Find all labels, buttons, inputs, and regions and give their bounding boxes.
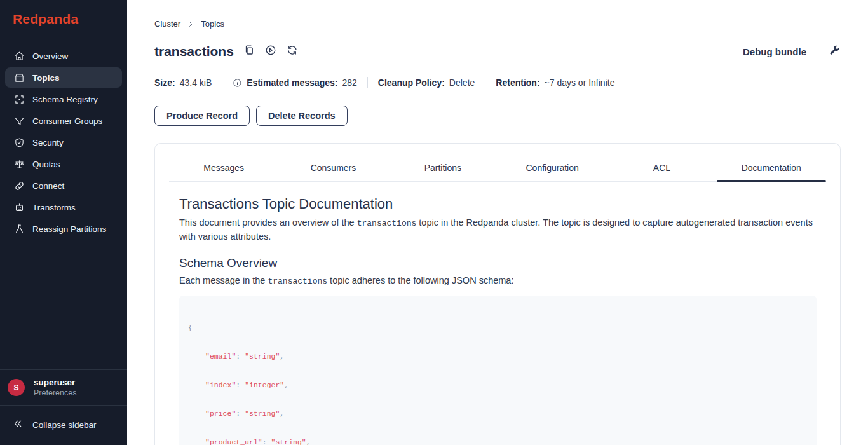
sidebar-item-label: Quotas [32, 160, 60, 169]
json-schema-code-block: { "email": "string", "index": "integer",… [179, 296, 817, 445]
schema-registry-icon [14, 94, 25, 105]
preferences-link[interactable]: Preferences [34, 388, 76, 397]
play-circle-icon [265, 44, 276, 58]
tab-consumers[interactable]: Consumers [278, 158, 388, 181]
sidebar-item-label: Overview [32, 51, 68, 61]
tab-configuration[interactable]: Configuration [498, 158, 607, 181]
topic-detail-card: Messages Consumers Partitions Configurat… [154, 143, 841, 445]
doc-intro: This document provides an overview of th… [179, 216, 817, 243]
code-comma: , [280, 352, 284, 360]
copy-icon [243, 44, 255, 58]
schema-intro-text: topic adheres to the following JSON sche… [327, 275, 513, 285]
code-line: "product_url": "string", [188, 437, 808, 445]
divider [367, 77, 368, 88]
avatar: S [8, 379, 25, 396]
divider [485, 77, 485, 88]
code-comma: , [280, 409, 284, 418]
sidebar-item-overview[interactable]: Overview [5, 46, 122, 66]
main-content: Cluster Topics transactions Debug bundle… [127, 0, 868, 445]
username: superuser [34, 378, 76, 387]
title-row: transactions Debug bundle [154, 44, 841, 59]
user-profile[interactable]: S superuser Preferences [0, 370, 127, 405]
code-value: "string" [245, 409, 280, 418]
code-key: "product_url" [205, 438, 262, 445]
page-title: transactions [154, 44, 234, 59]
produce-record-button[interactable]: Produce Record [154, 106, 250, 126]
code-comma: , [306, 438, 311, 445]
stat-label: Retention: [496, 78, 539, 88]
schema-intro-text: Each message in the [179, 275, 268, 285]
sidebar-item-schema-registry[interactable]: Schema Registry [5, 89, 122, 109]
sidebar-item-label: Consumer Groups [32, 116, 102, 126]
box-icon [14, 72, 25, 83]
tab-acl[interactable]: ACL [607, 158, 716, 181]
doc-title: Transactions Topic Documentation [179, 196, 817, 212]
code-sep: : [262, 438, 271, 445]
stat-cleanup-policy: Cleanup Policy: Delete [378, 78, 475, 88]
sidebar-item-security[interactable]: Security [5, 132, 122, 153]
flask-icon [14, 224, 25, 235]
stat-value: 43.4 kiB [180, 78, 212, 88]
code-key: "email" [205, 352, 236, 360]
breadcrumb-topics[interactable]: Topics [201, 19, 224, 29]
sidebar-item-label: Reassign Partitions [32, 224, 106, 234]
sidebar-item-label: Topics [32, 73, 60, 83]
play-topic-button[interactable] [264, 45, 277, 58]
sidebar-item-connect[interactable]: Connect [5, 175, 122, 196]
schema-intro: Each message in the transactions topic a… [179, 274, 817, 288]
chevron-right-icon [187, 20, 194, 28]
link-icon [14, 181, 25, 191]
tab-messages[interactable]: Messages [169, 158, 278, 181]
double-chevron-left-icon [13, 418, 24, 431]
copy-topic-name-button[interactable] [243, 45, 255, 58]
stat-size: Size: 43.4 kiB [154, 78, 212, 88]
funnel-icon [14, 116, 25, 127]
inline-code: transactions [357, 219, 417, 228]
sidebar-nav: Overview Topics Schema Registry Consumer… [0, 36, 127, 369]
sidebar-item-transforms[interactable]: Transforms [5, 197, 122, 217]
redpanda-logo[interactable]: Redpanda [0, 0, 127, 36]
code-value: "string" [271, 438, 306, 445]
delete-records-button[interactable]: Delete Records [256, 106, 348, 126]
stat-value: Delete [449, 78, 475, 88]
scales-icon [14, 159, 25, 170]
collapse-sidebar-label: Collapse sidebar [32, 420, 97, 430]
refresh-button[interactable] [286, 45, 299, 58]
settings-wrench-button[interactable] [828, 45, 841, 58]
code-value: "string" [245, 352, 280, 360]
refresh-icon [287, 44, 298, 58]
code-line: "email": "string", [188, 352, 808, 361]
robot-icon [14, 202, 25, 213]
stat-label: Size: [154, 78, 175, 88]
stat-retention: Retention: ~7 days or Infinite [496, 78, 614, 88]
stat-estimated-messages: Estimated messages: 282 [233, 78, 357, 88]
code-line: { [188, 323, 808, 332]
sidebar-item-consumer-groups[interactable]: Consumer Groups [5, 111, 122, 131]
code-line: "price": "string", [188, 409, 808, 418]
debug-bundle-link[interactable]: Debug bundle [743, 46, 806, 57]
inline-code: transactions [268, 277, 327, 286]
stat-value: ~7 days or Infinite [545, 78, 615, 88]
topic-stats: Size: 43.4 kiB Estimated messages: 282 C… [154, 77, 841, 88]
divider [222, 77, 222, 88]
documentation-panel: Transactions Topic Documentation This do… [155, 182, 840, 445]
sidebar-item-label: Connect [32, 181, 64, 191]
code-comma: , [284, 381, 288, 389]
code-value: "integer" [245, 381, 284, 389]
stat-value: 282 [342, 78, 356, 88]
sidebar-item-reassign-partitions[interactable]: Reassign Partitions [5, 219, 122, 239]
sidebar-item-label: Security [32, 138, 64, 147]
topic-actions: Produce Record Delete Records [154, 106, 841, 126]
code-sep: : [236, 409, 245, 418]
collapse-sidebar-button[interactable]: Collapse sidebar [0, 406, 127, 445]
info-icon[interactable] [233, 78, 242, 88]
tab-bar: Messages Consumers Partitions Configurat… [169, 158, 826, 182]
tab-partitions[interactable]: Partitions [388, 158, 498, 181]
code-sep: : [236, 381, 245, 389]
sidebar: Redpanda Overview Topics Schema Registry… [0, 0, 127, 445]
sidebar-item-quotas[interactable]: Quotas [5, 154, 122, 174]
shield-check-icon [14, 137, 25, 148]
breadcrumb-cluster[interactable]: Cluster [154, 19, 180, 29]
tab-documentation[interactable]: Documentation [717, 158, 826, 181]
sidebar-item-topics[interactable]: Topics [5, 67, 122, 88]
